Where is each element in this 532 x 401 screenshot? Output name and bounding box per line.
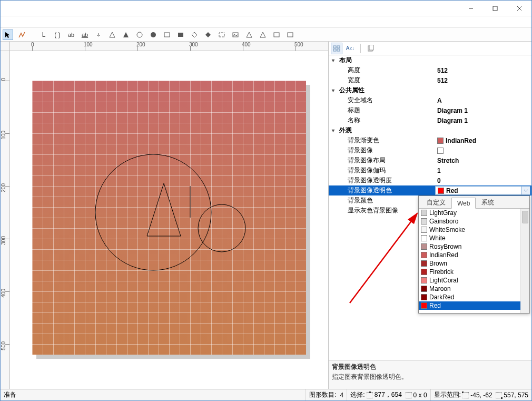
color-item-brown[interactable]: Brown (419, 259, 520, 268)
color-item-gainsboro[interactable]: Gainsboro (419, 217, 520, 226)
color-item-indianred[interactable]: IndianRed (419, 251, 520, 259)
prop-row-gradient[interactable]: 背景渐变色IndianRed (329, 135, 531, 145)
shape-triangle[interactable] (147, 183, 181, 236)
color-tab-web[interactable]: Web (451, 198, 476, 209)
ruler-h-label: 400 (242, 42, 251, 47)
tool-triangle-outline[interactable] (107, 30, 117, 40)
prop-category-layout[interactable]: ▾布局 (329, 55, 531, 65)
maximize-button[interactable] (483, 1, 507, 16)
color-tab-custom[interactable]: 自定义 (421, 196, 451, 208)
svg-rect-12 (219, 33, 224, 37)
color-item-white[interactable]: White (419, 234, 520, 242)
prop-pages-icon[interactable] (365, 43, 377, 54)
prop-row-title[interactable]: 标题Diagram 1 (329, 105, 531, 115)
titlebar (1, 1, 531, 16)
dropdown-button[interactable] (521, 187, 530, 194)
color-picker-tabs: 自定义 Web 系统 (419, 196, 529, 209)
shape-circle-small[interactable] (198, 204, 245, 252)
svg-rect-24 (369, 45, 373, 50)
swatch-indianred (437, 138, 444, 144)
svg-rect-9 (178, 33, 183, 37)
ruler-v-label: 200 (1, 183, 8, 192)
swatch-icon (421, 260, 427, 267)
tool-line-h[interactable]: L (38, 30, 49, 40)
color-item-red[interactable]: Red (419, 301, 520, 310)
close-button[interactable] (507, 1, 531, 16)
tool-circle-outline[interactable] (134, 30, 145, 40)
swatch-icon (421, 243, 427, 250)
canvas-area[interactable]: 0100200300400500 0100200300400500 (1, 42, 328, 389)
color-picker-popup[interactable]: 自定义 Web 系统 LightGrayGainsboroWhiteSmokeW… (418, 195, 530, 314)
color-list-scrollbar[interactable] (520, 209, 529, 313)
tool-triangle2[interactable] (244, 30, 254, 40)
tool-select-rect[interactable] (216, 30, 227, 40)
tool-polyline[interactable] (16, 30, 27, 40)
tool-pointer[interactable] (3, 30, 13, 40)
color-item-lightcoral[interactable]: LightCoral (419, 276, 520, 285)
tool-diamond-solid[interactable] (203, 30, 213, 40)
prop-row-domain[interactable]: 安全域名A (329, 95, 531, 105)
shape-circle-large[interactable] (95, 154, 211, 270)
swatch-icon (421, 286, 427, 292)
prop-alpha-sort-icon[interactable]: AZ↓ (344, 43, 356, 54)
status-selection: 选择: 877，654 0 x 0 (347, 389, 430, 400)
prop-row-bgimg-gamma[interactable]: 背景图像伽玛1 (329, 165, 531, 175)
minimize-button[interactable] (459, 1, 483, 16)
prop-row-name[interactable]: 名称Diagram 1 (329, 115, 531, 125)
swatch-icon (421, 277, 427, 283)
color-item-whitesmoke[interactable]: WhiteSmoke (419, 226, 520, 234)
svg-rect-20 (337, 46, 340, 48)
tool-text-ab2[interactable]: ab (80, 30, 90, 40)
chevron-down-icon[interactable]: ▾ (329, 57, 337, 63)
color-item-lightgray[interactable]: LightGray (419, 209, 520, 217)
tool-arrow-down-icon[interactable] (93, 30, 104, 40)
tool-diamond-outline[interactable] (189, 30, 200, 40)
ruler-h-label: 100 (84, 42, 93, 47)
prop-row-bgimg-opacity[interactable]: 背景图像透明度0 (329, 175, 531, 185)
tool-triangle3[interactable] (258, 30, 268, 40)
tool-paren[interactable]: ( ) (52, 30, 63, 40)
status-view-range: 显示范围: -45, -62 557, 575 (431, 389, 531, 400)
prop-category-public[interactable]: ▾公共属性 (329, 85, 531, 95)
ruler-h-label: 0 (31, 42, 34, 47)
chevron-down-icon[interactable]: ▾ (329, 128, 337, 133)
scrollbar-thumb[interactable] (522, 211, 528, 223)
prop-row-height[interactable]: 高度512 (329, 65, 531, 75)
tool-circle-solid[interactable] (148, 30, 159, 40)
color-item-label: IndianRed (429, 251, 458, 259)
status-shape-count: 图形数目: 4 (306, 389, 347, 400)
color-item-label: Gainsboro (429, 218, 458, 225)
prop-row-bgimg-transparent-color[interactable]: 背景图像透明色 Red (329, 185, 531, 195)
svg-marker-11 (205, 32, 211, 37)
tool-rect-solid[interactable] (175, 30, 186, 40)
color-item-label: White (429, 234, 446, 242)
property-list[interactable]: ▾布局 高度512 宽度512 ▾公共属性 安全域名A 标题Diagram 1 … (329, 55, 531, 360)
prop-row-bgimg-layout[interactable]: 背景图像布局Stretch (329, 155, 531, 165)
diagram-background[interactable] (32, 81, 306, 355)
color-item-label: Brown (429, 260, 447, 267)
tool-rect2[interactable] (271, 30, 282, 40)
ruler-v-label: 300 (1, 236, 8, 245)
prop-row-bgimg[interactable]: 背景图像 (329, 145, 531, 155)
tool-rect3[interactable] (285, 30, 295, 40)
tool-text-ab[interactable]: ab (66, 30, 76, 40)
color-item-darkred[interactable]: DarkRed (419, 293, 520, 301)
color-item-rosybrown[interactable]: RosyBrown (419, 242, 520, 251)
color-list[interactable]: LightGrayGainsboroWhiteSmokeWhiteRosyBro… (419, 209, 520, 313)
tool-image[interactable] (230, 30, 241, 40)
chevron-down-icon[interactable]: ▾ (329, 87, 337, 93)
swatch-icon (421, 269, 427, 275)
tool-triangle-solid[interactable] (121, 30, 131, 40)
color-item-label: Firebrick (429, 268, 454, 276)
prop-category-appearance[interactable]: ▾外观 (329, 125, 531, 135)
prop-categorized-icon[interactable] (331, 43, 342, 54)
color-tab-system[interactable]: 系统 (476, 196, 500, 208)
tool-rect-outline[interactable] (162, 30, 172, 40)
color-item-maroon[interactable]: Maroon (419, 285, 520, 293)
ruler-vertical: 0100200300400500 (1, 51, 10, 389)
property-toolbar: AZ↓ (329, 42, 531, 55)
svg-marker-16 (260, 32, 265, 37)
prop-row-width[interactable]: 宽度512 (329, 75, 531, 85)
color-item-firebrick[interactable]: Firebrick (419, 268, 520, 276)
viewport[interactable] (10, 51, 328, 389)
